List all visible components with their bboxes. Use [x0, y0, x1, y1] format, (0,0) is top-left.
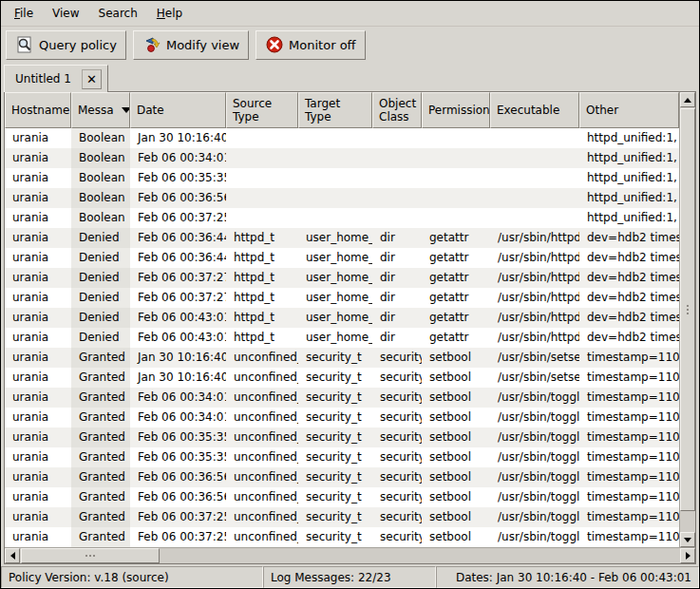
cell-object_class[interactable]: security [372, 368, 422, 388]
cell-source_type[interactable]: httpd_t [226, 228, 298, 248]
query-policy-button[interactable]: Query policy [6, 30, 126, 60]
cell-permission[interactable]: getattr [422, 268, 490, 288]
cell-hostname[interactable]: urania [5, 188, 71, 208]
cell-permission[interactable]: setbool [422, 368, 490, 388]
cell-object_class[interactable]: security [372, 527, 422, 547]
cell-source_type[interactable]: unconfined_ [226, 368, 298, 388]
log-row[interactable]: uraniaGrantedFeb 06 00:37:25unconfined_s… [5, 507, 679, 527]
modify-view-button[interactable]: Modify view [133, 30, 249, 60]
cell-other[interactable]: dev=hdb2 timesta [579, 328, 679, 348]
cell-target_type[interactable] [298, 168, 372, 188]
cell-date[interactable]: Feb 06 00:36:44 [130, 228, 226, 248]
menu-help[interactable]: Help [147, 3, 192, 24]
cell-message[interactable]: Granted [71, 428, 130, 447]
cell-permission[interactable]: getattr [422, 248, 490, 268]
cell-date[interactable]: Feb 06 00:36:56 [130, 487, 226, 507]
cell-object_class[interactable] [372, 188, 422, 208]
log-row[interactable]: uraniaGrantedFeb 06 00:37:25unconfined_s… [5, 527, 679, 547]
cell-message[interactable]: Boolean [71, 208, 130, 228]
cell-permission[interactable] [422, 188, 490, 208]
cell-executable[interactable]: /usr/sbin/setseb [490, 348, 579, 368]
cell-date[interactable]: Feb 06 00:35:35 [130, 168, 226, 188]
log-row[interactable]: uraniaGrantedFeb 06 00:35:35unconfined_s… [5, 447, 679, 467]
cell-other[interactable]: timestamp=11076 [579, 487, 679, 507]
cell-message[interactable]: Denied [71, 308, 130, 328]
column-header-object-class[interactable]: Object Class [372, 92, 422, 128]
cell-permission[interactable]: getattr [422, 288, 490, 308]
cell-date[interactable]: Jan 30 10:16:40 [130, 368, 226, 388]
cell-hostname[interactable]: urania [5, 148, 71, 168]
cell-other[interactable]: timestamp=11071 [579, 368, 679, 388]
cell-other[interactable]: timestamp=11076 [579, 408, 679, 428]
menu-search[interactable]: Search [89, 3, 147, 24]
cell-other[interactable]: httpd_unified:1, h [579, 148, 679, 168]
cell-target_type[interactable]: user_home_ [298, 268, 372, 288]
cell-executable[interactable] [490, 128, 579, 148]
cell-message[interactable]: Granted [71, 368, 130, 388]
cell-message[interactable]: Granted [71, 507, 130, 527]
scroll-right-button[interactable] [680, 548, 695, 563]
cell-other[interactable]: httpd_unified:1, h [579, 208, 679, 228]
cell-hostname[interactable]: urania [5, 388, 71, 408]
cell-other[interactable]: timestamp=11076 [579, 428, 679, 447]
cell-other[interactable]: httpd_unified:1, h [579, 128, 679, 148]
cell-other[interactable]: httpd_unified:1, h [579, 168, 679, 188]
cell-executable[interactable]: /usr/sbin/httpd [490, 228, 579, 248]
cell-other[interactable]: timestamp=11076 [579, 507, 679, 527]
cell-message[interactable]: Boolean [71, 168, 130, 188]
cell-target_type[interactable]: user_home_ [298, 248, 372, 268]
log-row[interactable]: uraniaGrantedJan 30 10:16:40unconfined_s… [5, 368, 679, 388]
cell-object_class[interactable]: dir [372, 288, 422, 308]
cell-other[interactable]: httpd_unified:1, h [579, 188, 679, 208]
cell-source_type[interactable]: httpd_t [226, 248, 298, 268]
cell-object_class[interactable]: security [372, 487, 422, 507]
cell-date[interactable]: Feb 06 00:36:44 [130, 248, 226, 268]
cell-target_type[interactable] [298, 148, 372, 168]
log-row[interactable]: uraniaGrantedJan 30 10:16:40unconfined_s… [5, 348, 679, 368]
cell-message[interactable]: Granted [71, 408, 130, 428]
log-row[interactable]: uraniaDeniedFeb 06 00:36:44httpd_tuser_h… [5, 248, 679, 268]
cell-object_class[interactable]: security [372, 428, 422, 447]
cell-executable[interactable] [490, 148, 579, 168]
cell-source_type[interactable]: httpd_t [226, 288, 298, 308]
column-header-executable[interactable]: Executable [490, 92, 579, 128]
cell-date[interactable]: Feb 06 00:43:01 [130, 328, 226, 348]
cell-target_type[interactable]: security_t [298, 447, 372, 467]
cell-source_type[interactable]: unconfined_ [226, 527, 298, 547]
cell-executable[interactable]: /usr/sbin/httpd [490, 328, 579, 348]
scroll-left-button[interactable] [5, 548, 20, 563]
log-row[interactable]: uraniaDeniedFeb 06 00:43:01httpd_tuser_h… [5, 328, 679, 348]
cell-date[interactable]: Feb 06 00:34:01 [130, 408, 226, 428]
cell-target_type[interactable]: security_t [298, 388, 372, 408]
cell-source_type[interactable]: unconfined_ [226, 507, 298, 527]
cell-executable[interactable]: /usr/sbin/toggle [490, 388, 579, 408]
cell-source_type[interactable]: unconfined_ [226, 487, 298, 507]
cell-hostname[interactable]: urania [5, 428, 71, 447]
cell-date[interactable]: Feb 06 00:37:25 [130, 208, 226, 228]
cell-target_type[interactable]: user_home_ [298, 288, 372, 308]
monitor-off-button[interactable]: Monitor off [255, 30, 365, 60]
column-header-source-type[interactable]: Source Type [226, 92, 298, 128]
cell-hostname[interactable]: urania [5, 288, 71, 308]
cell-other[interactable]: dev=hdb2 timesta [579, 268, 679, 288]
tab-untitled-1[interactable]: Untitled 1 ✕ [4, 65, 108, 92]
cell-object_class[interactable]: security [372, 467, 422, 487]
cell-executable[interactable]: /usr/sbin/toggle [490, 428, 579, 447]
cell-object_class[interactable]: security [372, 447, 422, 467]
log-row[interactable]: uraniaDeniedFeb 06 00:36:44httpd_tuser_h… [5, 228, 679, 248]
column-header-date[interactable]: Date [130, 92, 226, 128]
cell-permission[interactable] [422, 128, 490, 148]
cell-permission[interactable] [422, 168, 490, 188]
cell-hostname[interactable]: urania [5, 348, 71, 368]
cell-hostname[interactable]: urania [5, 228, 71, 248]
cell-hostname[interactable]: urania [5, 527, 71, 547]
cell-date[interactable]: Feb 06 00:34:01 [130, 148, 226, 168]
column-header-message[interactable]: Messa [71, 92, 130, 128]
cell-target_type[interactable]: user_home_ [298, 228, 372, 248]
cell-date[interactable]: Feb 06 00:37:27 [130, 288, 226, 308]
cell-permission[interactable]: setbool [422, 447, 490, 467]
cell-source_type[interactable] [226, 128, 298, 148]
cell-target_type[interactable]: security_t [298, 348, 372, 368]
cell-permission[interactable]: setbool [422, 428, 490, 447]
cell-object_class[interactable]: security [372, 348, 422, 368]
